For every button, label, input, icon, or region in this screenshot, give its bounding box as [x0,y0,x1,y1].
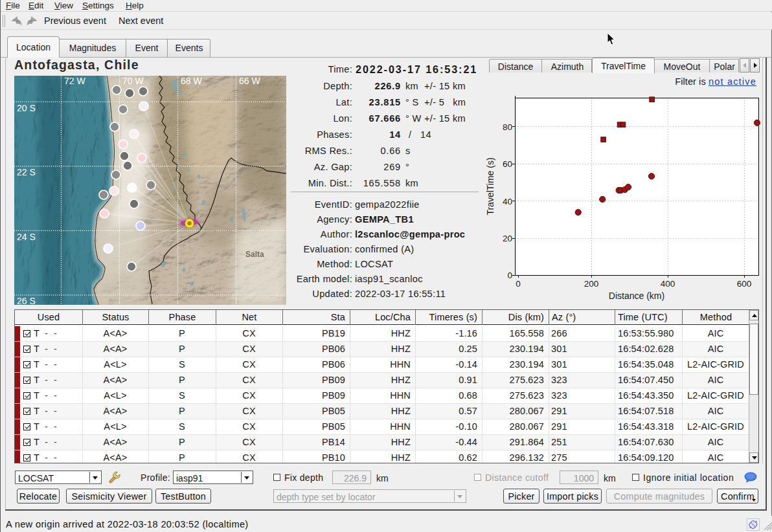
svg-text:Salta: Salta [245,250,264,259]
svg-text:70 W: 70 W [122,76,144,86]
svg-text:22 S: 22 S [17,167,36,177]
svg-text:20 S: 20 S [17,103,36,113]
svg-text:60: 60 [503,159,512,169]
svg-text:80: 80 [503,122,512,132]
svg-text:24 S: 24 S [17,232,36,242]
svg-text:40: 40 [503,197,512,206]
svg-text:Distance (km): Distance (km) [609,291,664,301]
svg-text:TravelTime (s): TravelTime (s) [485,157,495,215]
svg-text:20: 20 [503,234,512,243]
svg-text:68 W: 68 W [181,76,202,86]
svg-text:600: 600 [737,279,752,289]
svg-text:0: 0 [516,279,521,289]
svg-text:200: 200 [584,279,599,289]
svg-text:72 W: 72 W [64,76,85,86]
svg-text:26 S: 26 S [17,296,36,305]
svg-text:400: 400 [661,279,676,289]
svg-text:66 W: 66 W [239,76,260,86]
svg-text:0: 0 [507,271,512,280]
